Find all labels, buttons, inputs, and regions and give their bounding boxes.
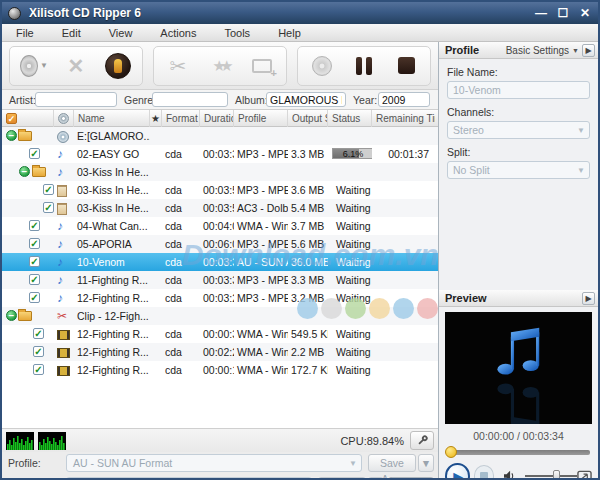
- album-input[interactable]: [266, 92, 346, 107]
- remove-icon: ✕: [68, 54, 85, 78]
- menu-file[interactable]: File: [2, 27, 48, 39]
- type-column-header[interactable]: [54, 110, 74, 127]
- table-row[interactable]: ✓♪05-APORIAcda00:06:09MP3 - MPEG ...5.6 …: [2, 235, 438, 253]
- file-name-value: 10-Venom: [453, 84, 501, 96]
- table-row[interactable]: ✓♪11-Fighting R...cda00:03:34MP3 - MPEG …: [2, 271, 438, 289]
- disc-column-icon: [58, 113, 69, 124]
- remove-button[interactable]: ✕: [62, 52, 90, 80]
- rip-disc-button[interactable]: ▼: [20, 52, 48, 80]
- table-row[interactable]: ✓03-Kiss In He...cda00:03:54MP3 - MPEG .…: [2, 181, 438, 199]
- minimize-button[interactable]: —: [534, 6, 548, 20]
- maximize-button[interactable]: ☐: [556, 6, 570, 20]
- row-checkbox[interactable]: ✓: [29, 292, 40, 303]
- table-row[interactable]: ✓♪12-Fighting R...cda00:03:28MP3 - MPEG …: [2, 289, 438, 307]
- table-row[interactable]: ✓♪02-EASY GOcda00:03:38MP3 - MPEG ...3.3…: [2, 145, 438, 163]
- row-checkbox[interactable]: ✓: [29, 220, 40, 231]
- track-table: ✓ Name ★ Format Duration Profile Output …: [2, 110, 438, 428]
- table-row[interactable]: ✓12-Fighting R...cda00:00:35WMA - Wind..…: [2, 325, 438, 343]
- volume-slider[interactable]: [525, 475, 577, 477]
- menu-view[interactable]: View: [95, 27, 147, 39]
- expand-toggle[interactable]: −: [6, 130, 17, 141]
- table-row[interactable]: ✓12-Fighting R...cda00:00:11WMA - Wind..…: [2, 361, 438, 379]
- star-column-header[interactable]: ★: [150, 110, 162, 127]
- side-panel: Profile Basic Settings ▼ ▶ File Name: 10…: [438, 42, 598, 478]
- film-icon: [57, 330, 70, 340]
- artist-input[interactable]: [35, 92, 117, 107]
- clip-button[interactable]: ✂: [164, 52, 192, 80]
- row-checkbox[interactable]: ✓: [43, 184, 54, 195]
- genre-input[interactable]: [152, 92, 228, 107]
- seek-bar[interactable]: [447, 450, 590, 455]
- seek-knob[interactable]: [445, 446, 457, 458]
- volume-knob[interactable]: [553, 470, 560, 480]
- stop-button[interactable]: [392, 52, 420, 80]
- output-profile-row: Profile: AU - SUN AU Format ▼ Save As...…: [2, 452, 438, 475]
- status-column-header[interactable]: Status: [328, 110, 372, 127]
- table-row[interactable]: ✓♪10-Venomcda00:03:34AU - SUN AU...36.0 …: [2, 253, 438, 271]
- save-as-button[interactable]: Save As...: [368, 454, 416, 472]
- artist-label: Artist:: [9, 94, 36, 106]
- table-row[interactable]: −✂Clip - 12-Figh...: [2, 307, 438, 325]
- save-as-dropdown-button[interactable]: ▼: [418, 454, 434, 472]
- preview-video-area: [445, 312, 592, 424]
- split-select[interactable]: No Split ▼: [447, 161, 590, 179]
- menu-help[interactable]: Help: [264, 27, 315, 39]
- collapse-preview-button[interactable]: ▶: [582, 292, 595, 305]
- year-input[interactable]: [378, 92, 430, 107]
- expand-toggle[interactable]: −: [6, 310, 17, 321]
- row-checkbox[interactable]: ✓: [29, 256, 40, 267]
- effects-icon: ★★: [213, 57, 228, 75]
- settings-mode-toggle[interactable]: Basic Settings: [506, 45, 569, 56]
- profile-combo[interactable]: AU - SUN AU Format ▼: [66, 454, 362, 472]
- waveform-right: [38, 432, 66, 450]
- rip-disc-icon: [20, 55, 38, 77]
- output-size-column-header[interactable]: Output Size: [288, 110, 328, 127]
- format-column-header[interactable]: Format: [162, 110, 200, 127]
- row-checkbox[interactable]: ✓: [33, 328, 44, 339]
- wrench-icon: [416, 434, 429, 447]
- app-icon: [8, 7, 21, 20]
- start-rip-icon: [105, 53, 131, 79]
- table-row[interactable]: −♪03-Kiss In He...: [2, 163, 438, 181]
- menu-actions[interactable]: Actions: [146, 27, 210, 39]
- start-rip-button[interactable]: [104, 52, 132, 80]
- close-button[interactable]: ✕: [578, 6, 592, 20]
- table-row[interactable]: ✓♪04-What Can...cda00:04:02WMA - Wind...…: [2, 217, 438, 235]
- file-name-input[interactable]: 10-Venom: [447, 81, 590, 99]
- name-column-header[interactable]: Name: [74, 110, 150, 127]
- toolbar: ▼ ✕ ✂ ★★: [2, 42, 438, 90]
- split-value: No Split: [453, 164, 490, 176]
- eject-button[interactable]: [308, 52, 336, 80]
- preview-stop-button[interactable]: [474, 465, 495, 480]
- album-label: Album:: [235, 94, 268, 106]
- row-checkbox[interactable]: ✓: [29, 148, 40, 159]
- expand-toggle[interactable]: −: [19, 166, 30, 177]
- table-row[interactable]: ✓12-Fighting R...cda00:02:25WMA - Wind..…: [2, 343, 438, 361]
- preview-time: 00:00:00 / 00:03:34: [439, 430, 598, 442]
- play-button[interactable]: ▶: [445, 463, 470, 480]
- row-checkbox[interactable]: ✓: [29, 238, 40, 249]
- select-all-header[interactable]: ✓: [2, 110, 54, 127]
- window-title: Xilisoft CD Ripper 6: [29, 6, 141, 20]
- settings-button[interactable]: [410, 431, 434, 450]
- row-checkbox[interactable]: ✓: [33, 364, 44, 375]
- add-profile-button[interactable]: [248, 52, 276, 80]
- note-icon: ♪: [57, 165, 63, 179]
- channels-select[interactable]: Stereo ▼: [447, 121, 590, 139]
- pause-button[interactable]: [350, 52, 378, 80]
- snapshot-button[interactable]: [577, 470, 592, 480]
- collapse-panel-button[interactable]: ▶: [582, 44, 595, 57]
- music-note-reflection: [494, 378, 544, 424]
- row-checkbox[interactable]: ✓: [33, 346, 44, 357]
- menu-tools[interactable]: Tools: [210, 27, 264, 39]
- table-row[interactable]: ✓03-Kiss In He...cda00:03:54AC3 - Dolby …: [2, 199, 438, 217]
- row-checkbox[interactable]: ✓: [29, 274, 40, 285]
- menu-edit[interactable]: Edit: [48, 27, 95, 39]
- row-checkbox[interactable]: ✓: [43, 202, 54, 213]
- remaining-column-header[interactable]: Remaining Time: [372, 110, 435, 127]
- duration-column-header[interactable]: Duration: [200, 110, 234, 127]
- profile-column-header[interactable]: Profile: [234, 110, 288, 127]
- effects-button[interactable]: ★★: [206, 52, 234, 80]
- preview-controls: ▶: [445, 463, 592, 480]
- table-row[interactable]: −E:[GLAMORO...: [2, 127, 438, 145]
